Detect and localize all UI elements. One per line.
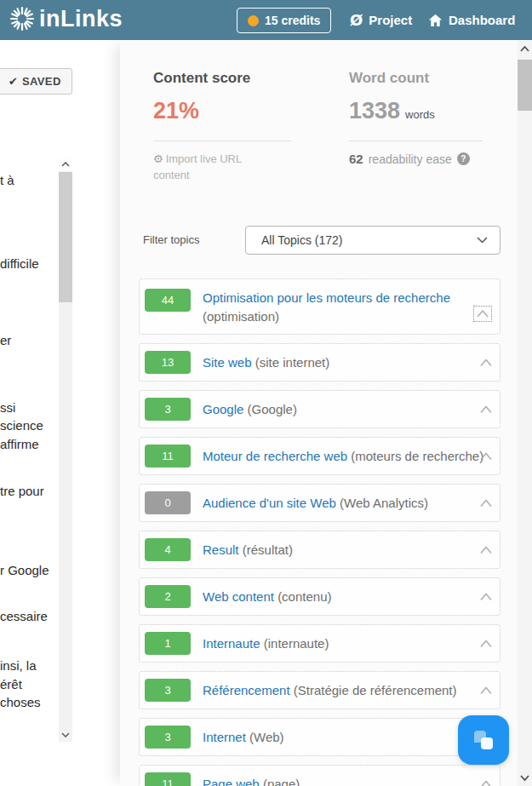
window-scrollbar[interactable]: [518, 40, 532, 786]
topic-note: (optimisation): [203, 309, 279, 324]
topics-filter-select[interactable]: All Topics (172): [245, 226, 501, 255]
topic-link[interactable]: Web content: [203, 589, 274, 604]
starburst-logo-icon: [9, 5, 36, 32]
import-live-url-button[interactable]: ⚙Import live URL content: [153, 151, 268, 183]
topic-note: (résultat): [243, 542, 293, 557]
editor-text-fragment: affirme: [0, 437, 39, 451]
check-icon: ✔: [9, 75, 18, 88]
editor-text-fragment: t à: [0, 173, 14, 187]
saved-button[interactable]: ✔ SAVED: [0, 68, 72, 95]
word-count-unit: words: [405, 108, 435, 121]
nav-dashboard-link[interactable]: Dashboard: [428, 0, 515, 40]
collapse-chevron-icon[interactable]: [473, 306, 492, 322]
chat-widget-button[interactable]: [458, 715, 509, 765]
collapse-chevron-icon[interactable]: [480, 780, 492, 786]
credits-dot-icon: [248, 15, 259, 26]
collapse-chevron-icon[interactable]: [480, 359, 492, 366]
topic-row[interactable]: 4 Result (résultat): [139, 531, 501, 569]
topic-link[interactable]: Page web: [203, 777, 260, 786]
topic-row[interactable]: 11 Moteur de recherche web (moteurs de r…: [139, 437, 501, 475]
topic-count-badge: 2: [145, 585, 191, 608]
topic-row[interactable]: 2 Web content (contenu): [139, 577, 501, 616]
editor-text-fragment: difficile: [0, 256, 39, 271]
collapse-chevron-icon[interactable]: [480, 546, 492, 554]
readability-row: 62 readability ease ?: [349, 152, 470, 166]
brand-logo[interactable]: inLinks: [9, 5, 123, 32]
topic-note: (page): [263, 777, 300, 786]
editor-text-fragment: insi, la: [0, 658, 37, 673]
topic-link[interactable]: Result: [203, 542, 239, 557]
collapse-chevron-icon[interactable]: [480, 640, 492, 647]
topic-note: (contenu): [277, 589, 331, 604]
nav-project-link[interactable]: Ø Project: [350, 0, 412, 40]
brand-name: inLinks: [39, 6, 123, 32]
editor-pane: ✔ SAVED t à difficile er ssi science aff…: [0, 40, 115, 786]
window-scrollbar-thumb[interactable]: [518, 60, 532, 111]
topic-note: (Google): [248, 402, 297, 416]
word-count-label: Word count: [349, 70, 429, 87]
topic-count-badge: 4: [145, 538, 191, 561]
editor-text-fragment: tre pour: [0, 484, 44, 498]
chat-bubbles-icon: [471, 727, 496, 753]
topic-count-badge: 11: [145, 445, 191, 468]
scroll-down-icon[interactable]: [518, 771, 532, 784]
editor-text-fragment: r Google: [0, 563, 49, 577]
editor-scrollbar[interactable]: [59, 158, 72, 742]
topic-row[interactable]: 3 Google (Google): [139, 390, 501, 428]
word-count-value: 1338: [349, 98, 400, 124]
topic-link[interactable]: Site web: [203, 355, 252, 370]
topic-count-badge: 13: [145, 351, 191, 374]
topic-note: (Web Analytics): [340, 496, 428, 510]
top-navbar: inLinks 15 credits Ø Project Dashboard: [0, 0, 532, 40]
scroll-up-icon[interactable]: [518, 42, 532, 55]
topic-count-badge: 3: [145, 398, 191, 421]
editor-text-fragment: ssi: [0, 400, 15, 415]
editor-text-fragment: er: [0, 333, 11, 347]
editor-text-fragment: cessaire: [0, 609, 48, 623]
editor-text-fragment: érêt: [0, 677, 22, 691]
editor-text-fragment: science: [0, 418, 43, 433]
gear-icon: ⚙: [153, 152, 163, 165]
topic-link[interactable]: Internaute: [203, 636, 260, 651]
topic-row[interactable]: 44 Optimisation pour les moteurs de rech…: [139, 278, 501, 335]
topic-row[interactable]: 1 Internaute (internaute): [139, 624, 501, 663]
help-icon[interactable]: ?: [457, 152, 470, 165]
word-count-row: 1338 words: [349, 98, 435, 124]
editor-text-fragment: choses: [0, 695, 41, 709]
topic-row[interactable]: 3 Internet (Web): [139, 718, 501, 756]
content-score-value: 21%: [153, 98, 199, 124]
editor-scrollbar-thumb[interactable]: [59, 172, 72, 302]
topic-count-badge: 3: [145, 726, 191, 749]
collapse-chevron-icon[interactable]: [480, 405, 492, 413]
topic-note: (Stratégie de référencement): [294, 683, 457, 697]
collapse-chevron-icon[interactable]: [480, 499, 492, 507]
topic-row[interactable]: 3 Référencement (Stratégie de référencem…: [139, 671, 501, 709]
topic-link[interactable]: Internet: [203, 730, 246, 744]
topic-link[interactable]: Référencement: [203, 683, 290, 697]
topic-link[interactable]: Moteur de recherche web: [203, 449, 347, 463]
topic-note: (internaute): [264, 636, 329, 651]
topic-link[interactable]: Optimisation pour les moteurs de recherc…: [203, 290, 450, 305]
topic-count-badge: 0: [145, 491, 191, 514]
topic-link[interactable]: Google: [203, 402, 243, 416]
topic-row[interactable]: 11 Page web (page): [139, 765, 501, 786]
import-live-url-label: Import live URL content: [153, 152, 242, 181]
readability-label: readability ease: [369, 152, 452, 166]
topic-link[interactable]: Audience d'un site Web: [203, 496, 336, 510]
selected-option: All Topics (172): [261, 233, 477, 247]
chevron-down-icon: [477, 237, 488, 244]
topic-count-badge: 44: [145, 289, 191, 312]
scroll-up-icon[interactable]: [59, 158, 72, 171]
credits-button[interactable]: 15 credits: [237, 8, 331, 33]
project-label: Project: [369, 13, 412, 27]
topic-row[interactable]: 0 Audience d'un site Web (Web Analytics): [139, 484, 501, 522]
content-score-label: Content score: [153, 70, 250, 87]
filter-topics-label: Filter topics: [143, 233, 199, 246]
collapse-chevron-icon[interactable]: [480, 593, 492, 600]
collapse-chevron-icon[interactable]: [480, 686, 492, 694]
topic-row[interactable]: 13 Site web (site internet): [139, 343, 501, 382]
saved-label: SAVED: [22, 75, 61, 88]
collapse-chevron-icon[interactable]: [480, 452, 492, 460]
scroll-down-icon[interactable]: [59, 728, 72, 742]
app-window: inLinks 15 credits Ø Project Dashboard ✔…: [0, 0, 532, 786]
